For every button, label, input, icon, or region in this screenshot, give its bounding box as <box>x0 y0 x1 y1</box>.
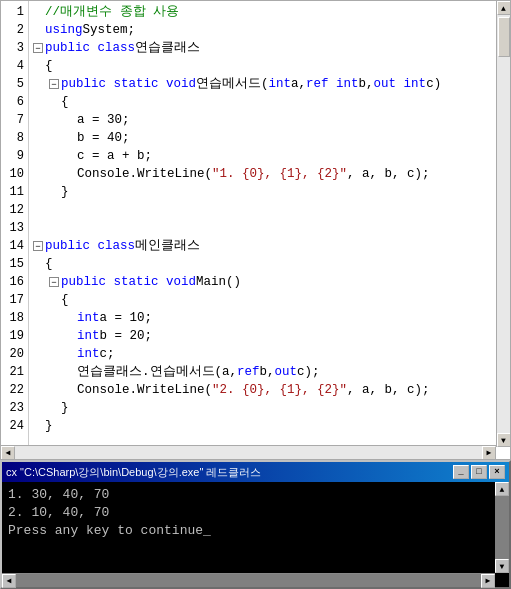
code-token: { <box>61 93 69 111</box>
line-number-9: 9 <box>17 147 24 165</box>
code-line-18: int a = 10; <box>33 309 510 327</box>
code-token: Main() <box>196 273 241 291</box>
line-number-5: 5 <box>17 75 24 93</box>
line-number-7: 7 <box>17 111 24 129</box>
code-line-6: { <box>33 93 510 111</box>
code-line-5: −public static void 연습메서드(int a, ref int… <box>33 75 510 93</box>
code-line-1: //매개변수 종합 사용 <box>33 3 510 21</box>
line-number-3: 3 <box>17 39 24 57</box>
code-token: out <box>275 363 298 381</box>
console-maximize-button[interactable]: □ <box>471 465 487 479</box>
code-token: 연습클래스.연습메서드(a, <box>77 363 237 381</box>
code-line-15: { <box>33 255 510 273</box>
fold-indicator-16[interactable]: − <box>49 277 59 287</box>
console-scroll-down[interactable]: ▼ <box>495 559 509 573</box>
code-editor: 123456789101112131415161718192021222324 … <box>0 0 511 460</box>
code-token: public class <box>45 39 135 57</box>
code-token: b, <box>260 363 275 381</box>
code-line-4: { <box>33 57 510 75</box>
code-token: public class <box>45 237 135 255</box>
console-buttons: _ □ × <box>453 465 505 479</box>
code-token: 연습클래스 <box>135 39 200 57</box>
line-numbers: 123456789101112131415161718192021222324 <box>1 1 29 459</box>
code-token: } <box>45 417 53 435</box>
code-token: c = a + b; <box>77 147 152 165</box>
code-line-2: using System; <box>33 21 510 39</box>
code-token: ref <box>237 363 260 381</box>
line-number-16: 16 <box>10 273 24 291</box>
scroll-track-h[interactable] <box>15 446 482 459</box>
console-line-1: 1. 30, 40, 70 <box>8 486 493 504</box>
line-number-2: 2 <box>17 21 24 39</box>
code-token: Console.WriteLine( <box>77 165 212 183</box>
code-token: } <box>61 183 69 201</box>
console-vertical-scrollbar[interactable]: ▲ ▼ <box>495 482 509 573</box>
fold-indicator-3[interactable]: − <box>33 43 43 53</box>
line-number-18: 18 <box>10 309 24 327</box>
scroll-left-arrow[interactable]: ◀ <box>1 446 15 460</box>
code-line-21: 연습클래스.연습메서드(a, ref b, out c); <box>33 363 510 381</box>
code-token: c) <box>426 75 441 93</box>
line-number-19: 19 <box>10 327 24 345</box>
line-number-10: 10 <box>10 165 24 183</box>
console-scroll-track-h[interactable] <box>16 574 481 587</box>
code-token: { <box>61 291 69 309</box>
code-token: a, <box>291 75 306 93</box>
code-token: int <box>77 327 100 345</box>
line-number-22: 22 <box>10 381 24 399</box>
code-token: int <box>77 309 100 327</box>
fold-indicator-5[interactable]: − <box>49 79 59 89</box>
code-token: 연습메서드( <box>196 75 269 93</box>
code-line-23: } <box>33 399 510 417</box>
code-token: , a, b, c); <box>347 165 430 183</box>
code-line-14: −public class 메인클래스 <box>33 237 510 255</box>
code-token: b, <box>359 75 374 93</box>
scroll-track-v[interactable] <box>497 15 510 433</box>
console-scroll-track-v[interactable] <box>495 496 509 559</box>
console-window: cx "C:\CSharp\강의\bin\Debug\강의.exe" 레드클러스… <box>0 460 511 589</box>
line-number-17: 17 <box>10 291 24 309</box>
code-line-20: int c; <box>33 345 510 363</box>
console-body: 1. 30, 40, 702. 10, 40, 70Press any key … <box>2 482 509 587</box>
line-number-1: 1 <box>17 3 24 21</box>
code-line-24: } <box>33 417 510 435</box>
code-token: "2. {0}, {1}, {2}" <box>212 381 347 399</box>
code-token: "1. {0}, {1}, {2}" <box>212 165 347 183</box>
code-token: a = 10; <box>100 309 153 327</box>
code-token: out int <box>374 75 427 93</box>
code-line-7: a = 30; <box>33 111 510 129</box>
code-token: b = 20; <box>100 327 153 345</box>
line-number-15: 15 <box>10 255 24 273</box>
console-close-button[interactable]: × <box>489 465 505 479</box>
code-line-3: −public class 연습클래스 <box>33 39 510 57</box>
horizontal-scrollbar[interactable]: ◀ ▶ <box>1 445 496 459</box>
code-line-19: int b = 20; <box>33 327 510 345</box>
console-horizontal-scrollbar[interactable]: ◀ ▶ <box>2 573 495 587</box>
scroll-right-arrow[interactable]: ▶ <box>482 446 496 460</box>
scroll-down-arrow[interactable]: ▼ <box>497 433 511 447</box>
line-number-21: 21 <box>10 363 24 381</box>
console-scroll-right[interactable]: ▶ <box>481 574 495 588</box>
code-line-16: −public static void Main() <box>33 273 510 291</box>
code-line-17: { <box>33 291 510 309</box>
code-token: } <box>61 399 69 417</box>
code-area: 123456789101112131415161718192021222324 … <box>1 1 510 459</box>
line-number-11: 11 <box>10 183 24 201</box>
code-token: Console.WriteLine( <box>77 381 212 399</box>
console-scroll-left[interactable]: ◀ <box>2 574 16 588</box>
line-number-20: 20 <box>10 345 24 363</box>
console-minimize-button[interactable]: _ <box>453 465 469 479</box>
console-line-3: Press any key to continue_ <box>8 522 493 540</box>
console-title: cx "C:\CSharp\강의\bin\Debug\강의.exe" 레드클러스 <box>6 465 261 480</box>
code-token: { <box>45 255 53 273</box>
code-token: b = 40; <box>77 129 130 147</box>
console-titlebar: cx "C:\CSharp\강의\bin\Debug\강의.exe" 레드클러스… <box>2 462 509 482</box>
code-line-11: } <box>33 183 510 201</box>
console-scroll-up[interactable]: ▲ <box>495 482 509 496</box>
vertical-scrollbar[interactable]: ▲ ▼ <box>496 1 510 447</box>
scroll-up-arrow[interactable]: ▲ <box>497 1 511 15</box>
fold-indicator-14[interactable]: − <box>33 241 43 251</box>
scroll-thumb-v[interactable] <box>498 17 510 57</box>
code-token: 메인클래스 <box>135 237 200 255</box>
console-line-2: 2. 10, 40, 70 <box>8 504 493 522</box>
